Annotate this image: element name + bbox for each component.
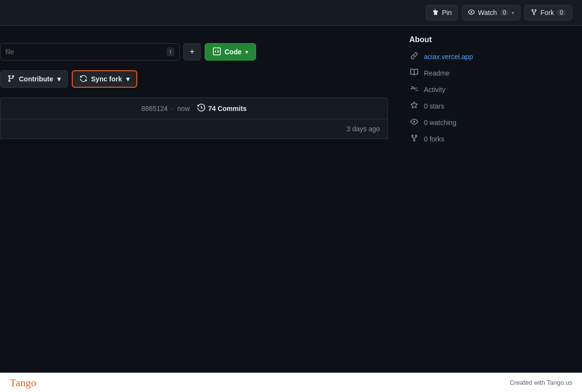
sidebar-forks-item: 0 forks: [409, 134, 570, 144]
keyboard-shortcut-badge: t: [167, 47, 174, 56]
sidebar-activity-item: Activity: [409, 85, 570, 94]
action-row: Contribute ▾ Sync fork ▾: [0, 66, 388, 94]
repo-area: t + Code ▾: [0, 26, 398, 392]
file-search-row: t + Code ▾: [0, 33, 388, 66]
watch-label: Watch: [478, 9, 497, 16]
eye-icon: [409, 118, 419, 127]
watch-icon: [468, 9, 475, 17]
watch-button[interactable]: Watch 0 ▾: [462, 5, 520, 20]
sync-fork-dropdown-icon: ▾: [126, 75, 129, 83]
commit-hash-value: 8865124: [141, 105, 168, 112]
stars-label: 0 stars: [424, 102, 444, 110]
forks-label: 0 forks: [424, 135, 444, 143]
dot-separator: ·: [172, 105, 176, 112]
sync-icon: [80, 75, 87, 84]
activity-icon: [409, 85, 419, 94]
sync-fork-label: Sync fork: [91, 75, 122, 83]
tango-logo: Tango: [10, 376, 36, 389]
commits-row: 8865124 · now 74 Commits: [0, 97, 388, 119]
fork-label: Fork: [540, 9, 554, 16]
watching-label: 0 watching: [424, 119, 456, 126]
sidebar-stars-item: 0 stars: [409, 101, 570, 111]
sync-fork-button[interactable]: Sync fork ▾: [72, 70, 137, 88]
sidebar-watching-item: 0 watching: [409, 118, 570, 127]
sidebar-link[interactable]: aciax.vercel.app: [424, 53, 473, 61]
fork-sidebar-icon: [409, 134, 419, 144]
commits-count-label: 74 Commits: [208, 105, 246, 112]
file-search-wrapper: t: [0, 43, 179, 61]
contribute-dropdown-icon: ▾: [57, 75, 61, 83]
fork-button[interactable]: Fork 0: [524, 5, 572, 20]
fork-icon: [531, 9, 537, 17]
contribute-label: Contribute: [19, 75, 53, 83]
star-icon: [409, 101, 419, 111]
code-button[interactable]: Code ▾: [205, 43, 256, 61]
pin-icon: [432, 9, 439, 17]
pin-button[interactable]: Pin: [426, 5, 458, 20]
file-search-input[interactable]: [5, 48, 167, 56]
sidebar-readme-item: Readme: [409, 68, 570, 78]
code-icon: [213, 47, 221, 57]
top-bar: Pin Watch 0 ▾ Fork 0: [0, 0, 582, 26]
readme-label: Readme: [424, 69, 450, 77]
file-row: 3 days ago: [0, 119, 388, 139]
main-content: t + Code ▾: [0, 26, 582, 392]
watch-dropdown-icon: ▾: [512, 10, 514, 16]
footer-created-text: Created with Tango.us: [510, 379, 572, 386]
git-branch-icon: [7, 75, 15, 84]
sidebar-link-item: aciax.vercel.app: [409, 52, 570, 62]
fork-count: 0: [557, 9, 566, 16]
add-file-button[interactable]: +: [183, 43, 201, 61]
book-icon: [409, 68, 419, 78]
history-icon: [197, 104, 205, 113]
commit-hash: 8865124 · now: [141, 105, 190, 112]
code-label: Code: [225, 48, 242, 56]
pin-label: Pin: [442, 9, 452, 16]
sidebar: About aciax.vercel.app Readme: [398, 26, 582, 392]
code-dropdown-icon: ▾: [245, 49, 248, 55]
commits-count-button[interactable]: 74 Commits: [197, 104, 246, 113]
watch-count: 0: [500, 9, 509, 16]
add-icon: +: [190, 47, 195, 57]
commit-time: now: [178, 105, 190, 112]
activity-label: Activity: [424, 86, 445, 94]
footer: Tango Created with Tango.us: [0, 373, 582, 392]
file-time: 3 days ago: [347, 125, 380, 133]
link-icon: [409, 52, 419, 62]
contribute-button[interactable]: Contribute ▾: [0, 70, 68, 88]
about-title: About: [409, 35, 570, 44]
